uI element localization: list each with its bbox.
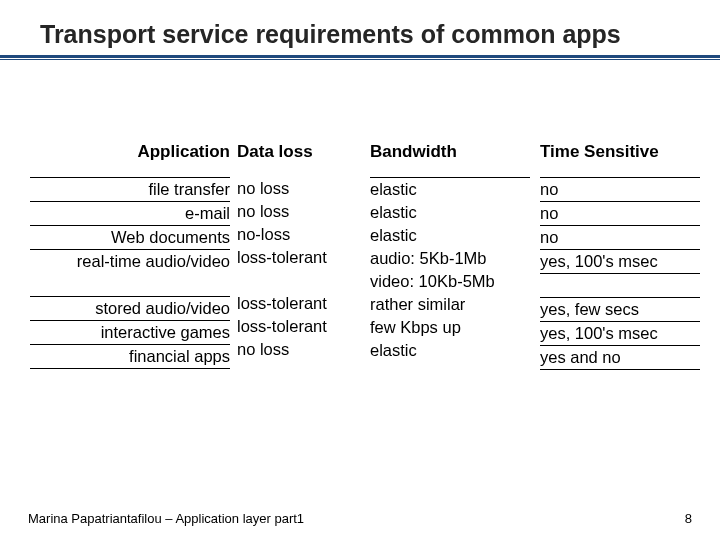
cell-app [30,273,230,297]
cell-bw: elastic [370,178,530,201]
cell-loss: loss-tolerant [237,246,347,269]
cell-bw: rather similar [370,293,530,316]
header-data-loss: Data loss [237,140,347,177]
cell-loss: loss-tolerant [237,315,347,338]
cell-app: file transfer [30,178,230,202]
cell-app: Web documents [30,226,230,250]
col-application: Application file transfer e-mail Web doc… [30,140,230,369]
cell-app: e-mail [30,202,230,226]
cell-ts: no [540,202,700,226]
col-time-sensitive: Time Sensitive no no no yes, 100's msec … [540,140,700,370]
cell-app: financial apps [30,345,230,369]
cell-loss: no loss [237,177,347,200]
col-data-loss: Data loss no loss no loss no-loss loss-t… [237,140,347,361]
cell-bw: elastic [370,201,530,224]
cell-app: interactive games [30,321,230,345]
page-number: 8 [685,511,692,526]
header-time-sensitive: Time Sensitive [540,140,700,178]
cell-loss [237,269,347,292]
cell-ts: yes, 100's msec [540,250,700,274]
cell-ts: yes, 100's msec [540,322,700,346]
cell-ts [540,274,700,298]
footer: Marina Papatriantafilou – Application la… [28,511,692,526]
cell-loss: no loss [237,200,347,223]
cell-ts: yes, few secs [540,298,700,322]
cell-bw: video: 10Kb-5Mb [370,270,530,293]
cell-ts: no [540,226,700,250]
cell-app: stored audio/video [30,297,230,321]
title-underline [0,55,720,60]
header-application: Application [30,140,230,178]
title-block: Transport service requirements of common… [0,0,720,70]
footer-author: Marina Papatriantafilou – Application la… [28,511,304,526]
cell-bw: elastic [370,339,530,362]
cell-bw: elastic [370,224,530,247]
table: Application file transfer e-mail Web doc… [30,140,690,380]
cell-loss: loss-tolerant [237,292,347,315]
cell-ts: no [540,178,700,202]
cell-loss: no-loss [237,223,347,246]
cell-bw: audio: 5Kb-1Mb [370,247,530,270]
cell-ts: yes and no [540,346,700,370]
col-bandwidth: Bandwidth elastic elastic elastic audio:… [370,140,530,362]
page-title: Transport service requirements of common… [40,20,720,49]
cell-app: real-time audio/video [30,250,230,273]
cell-bw: few Kbps up [370,316,530,339]
header-bandwidth: Bandwidth [370,140,530,178]
cell-loss: no loss [237,338,347,361]
